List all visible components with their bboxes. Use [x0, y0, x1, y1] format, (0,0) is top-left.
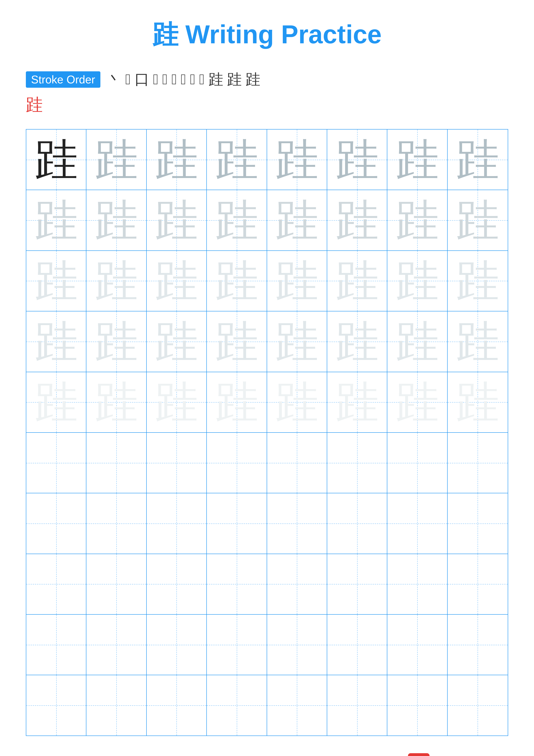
- cell-6-4: [207, 433, 267, 493]
- cell-8-5: [267, 554, 327, 614]
- practice-char: 跬: [275, 199, 318, 242]
- grid-row-7: [26, 493, 508, 554]
- cell-5-7: 跬: [387, 372, 447, 432]
- cell-1-6: 跬: [327, 129, 387, 190]
- cell-1-2: 跬: [87, 129, 146, 190]
- practice-char: 跬: [336, 199, 379, 242]
- stroke-1: 丶: [107, 69, 121, 89]
- grid-row-10: [26, 675, 508, 735]
- cell-2-3: 跬: [147, 190, 207, 250]
- practice-char: 跬: [275, 138, 318, 181]
- practice-char: 跬: [396, 259, 439, 302]
- cell-5-4: 跬: [207, 372, 267, 432]
- cell-8-2: [87, 554, 146, 614]
- practice-char: 跬: [35, 381, 78, 424]
- cell-4-7: 跬: [387, 311, 447, 371]
- cell-7-6: [327, 493, 387, 554]
- practice-char: 跬: [35, 259, 78, 302]
- stroke-order-section: Stroke Order 丶 𠃌 口 𰁜 𰁜 𰁜 𰁜 𰁜 𰁜 跬 跬 跬 跬: [26, 69, 508, 116]
- practice-char: 跬: [215, 320, 258, 363]
- practice-char: 跬: [396, 199, 439, 242]
- stroke-3: 口: [135, 69, 149, 89]
- stroke-chars: 丶 𠃌 口 𰁜 𰁜 𰁜 𰁜 𰁜 𰁜 跬 跬 跬: [107, 69, 260, 89]
- stroke-2: 𠃌: [125, 71, 131, 88]
- grid-row-4: 跬 跬 跬 跬 跬 跬 跬 跬: [26, 311, 508, 372]
- cell-4-3: 跬: [147, 311, 207, 371]
- cell-3-5: 跬: [267, 251, 327, 311]
- cell-7-1: [26, 493, 87, 554]
- cell-10-8: [447, 675, 508, 735]
- stroke-10: 跬: [209, 69, 223, 89]
- cell-2-7: 跬: [387, 190, 447, 250]
- practice-char: 跬: [275, 259, 318, 302]
- grid-row-3: 跬 跬 跬 跬 跬 跬 跬 跬: [26, 251, 508, 311]
- grid-row-9: [26, 615, 508, 675]
- cell-8-4: [207, 554, 267, 614]
- stroke-order-row: Stroke Order 丶 𠃌 口 𰁜 𰁜 𰁜 𰁜 𰁜 𰁜 跬 跬 跬: [26, 69, 508, 89]
- cell-6-8: [447, 433, 508, 493]
- cell-4-6: 跬: [327, 311, 387, 371]
- practice-char: 跬: [95, 199, 138, 242]
- practice-char: 跬: [215, 138, 258, 181]
- cell-6-1: [26, 433, 87, 493]
- cell-1-5: 跬: [267, 129, 327, 190]
- grid-row-5: 跬 跬 跬 跬 跬 跬 跬 跬: [26, 372, 508, 433]
- cell-1-7: 跬: [387, 129, 447, 190]
- practice-char: 跬: [336, 320, 379, 363]
- practice-char: 跬: [215, 199, 258, 242]
- practice-char: 跬: [95, 138, 138, 181]
- final-stroke-char: 跬: [26, 94, 43, 116]
- practice-char: 跬: [155, 381, 198, 424]
- practice-char: 跬: [155, 138, 198, 181]
- practice-char: 跬: [95, 259, 138, 302]
- practice-char: 跬: [35, 320, 78, 363]
- cell-8-6: [327, 554, 387, 614]
- cell-8-7: [387, 554, 447, 614]
- cell-6-7: [387, 433, 447, 493]
- cell-2-5: 跬: [267, 190, 327, 250]
- practice-char: 跬: [336, 381, 379, 424]
- grid-row-1: 跬 跬 跬 跬 跬 跬 跬 跬: [26, 129, 508, 190]
- cell-9-1: [26, 615, 87, 675]
- cell-4-4: 跬: [207, 311, 267, 371]
- page: 跬 Writing Practice Stroke Order 丶 𠃌 口 𰁜 …: [0, 0, 534, 756]
- practice-char: 跬: [456, 259, 499, 302]
- cell-10-7: [387, 675, 447, 735]
- cell-3-7: 跬: [387, 251, 447, 311]
- cell-5-8: 跬: [447, 372, 508, 432]
- cell-1-3: 跬: [147, 129, 207, 190]
- cell-8-8: [447, 554, 508, 614]
- cell-3-1: 跬: [26, 251, 87, 311]
- stroke-9: 𰁜: [199, 71, 205, 88]
- practice-char: 跬: [35, 199, 78, 242]
- cell-1-4: 跬: [207, 129, 267, 190]
- cell-5-1: 跬: [26, 372, 87, 432]
- stroke-order-label: Stroke Order: [26, 71, 100, 88]
- stroke-5: 𰁜: [162, 71, 167, 88]
- cell-7-7: [387, 493, 447, 554]
- practice-grid: 跬 跬 跬 跬 跬 跬 跬 跬: [26, 129, 508, 736]
- practice-char: 跬: [336, 138, 379, 181]
- cell-9-6: [327, 615, 387, 675]
- cell-9-2: [87, 615, 146, 675]
- practice-char: 跬: [155, 259, 198, 302]
- cell-10-2: [87, 675, 146, 735]
- cell-8-1: [26, 554, 87, 614]
- cell-9-4: [207, 615, 267, 675]
- cell-2-6: 跬: [327, 190, 387, 250]
- practice-char: 跬: [456, 199, 499, 242]
- cell-3-8: 跬: [447, 251, 508, 311]
- cell-8-3: [147, 554, 207, 614]
- practice-char: 跬: [95, 320, 138, 363]
- practice-char: 跬: [155, 320, 198, 363]
- stroke-7: 𰁜: [181, 71, 186, 88]
- cell-6-5: [267, 433, 327, 493]
- cell-3-2: 跬: [87, 251, 146, 311]
- stroke-12: 跬: [245, 69, 260, 89]
- practice-char: 跬: [336, 259, 379, 302]
- cell-5-3: 跬: [147, 372, 207, 432]
- practice-char: 跬: [275, 320, 318, 363]
- cell-4-1: 跬: [26, 311, 87, 371]
- cell-10-1: [26, 675, 87, 735]
- practice-char: 跬: [275, 381, 318, 424]
